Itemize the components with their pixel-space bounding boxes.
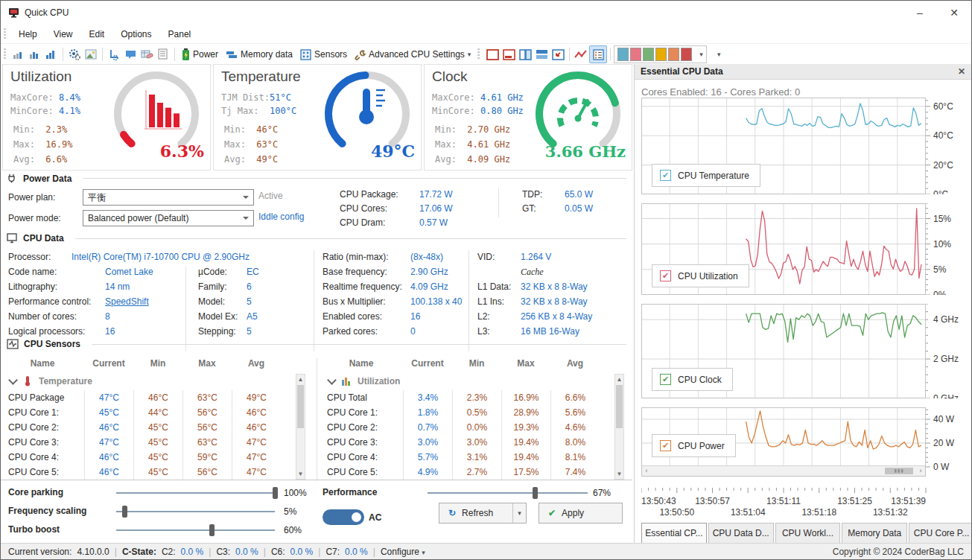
sensor-row-name: CPU Core 1: [320, 405, 378, 420]
tab-cpu-core-p-[interactable]: CPU Core P... [909, 523, 971, 543]
legend-label: CPU Clock [678, 375, 722, 385]
sensor-cell: 5.7% [403, 450, 452, 465]
slider-core-parking-handle[interactable] [273, 487, 278, 499]
power-mode-combo[interactable]: Balanced power (Default) [83, 210, 254, 226]
panel-close-icon[interactable]: ✕ [958, 66, 965, 77]
sensor-scrollbar[interactable]: ▲▼ [296, 374, 305, 480]
checkbox-cpu-power[interactable]: ✔ [660, 440, 671, 451]
y-tick-label: 0 GHz [933, 393, 959, 398]
y-tick-label: 15% [933, 214, 951, 224]
slider-frequency-scaling-track[interactable] [116, 511, 275, 512]
configure-menu[interactable]: Configure ▾ [381, 547, 425, 557]
x-axis-labels-row1: 13:50:4313:50:5713:51:1113:51:2513:51:39 [641, 496, 971, 507]
feedback-bubble-icon[interactable] [122, 46, 139, 63]
refresh-button[interactable]: ↻ Refresh ▾ [439, 503, 527, 524]
gauge-stat-row: Max: 4.61 GHz [435, 139, 510, 150]
scroll-down-icon[interactable]: ▼ [615, 469, 623, 479]
legend-label: CPU Temperature [678, 171, 749, 181]
panel-title: Essential CPU Data [641, 66, 723, 77]
sensor-group-temperature[interactable]: Temperature [4, 375, 92, 386]
scroll-down-icon[interactable]: ▼ [296, 469, 305, 479]
advanced-cpu-settings-button[interactable]: Advanced CPU Settings ▾ [351, 46, 474, 63]
gauge-value: 49°C [371, 141, 415, 161]
sensor-cell: 0.7% [403, 420, 452, 435]
apply-button[interactable]: ✔ Apply [539, 503, 623, 524]
display-gear-icon[interactable] [66, 46, 83, 63]
sensor-cell: 4.6% [550, 420, 600, 435]
idle-config-link[interactable]: Iddle config [258, 211, 304, 222]
toolbar-overflow-icon[interactable]: ▾ [717, 51, 721, 58]
ac-toggle-label: AC [369, 512, 381, 523]
slider-turbo-boost-track[interactable] [116, 529, 275, 531]
axis-settings-icon[interactable] [106, 46, 122, 63]
checkbox-cpu-temperature[interactable]: ✔ [660, 170, 671, 181]
sensor-row-name: CPU Core 2: [1, 420, 59, 435]
window-layout-bottom-icon[interactable] [501, 46, 517, 63]
log-document-icon[interactable] [155, 46, 171, 63]
sensor-group-utilization[interactable]: Utilization [323, 375, 400, 386]
graph-view-icon[interactable] [573, 46, 589, 63]
slider-turbo-boost-handle[interactable] [209, 524, 215, 536]
sensor-cell: 5.6% [550, 405, 600, 420]
cpu-data-label: Lithography: [8, 281, 57, 292]
power-button-label: Power [193, 49, 218, 60]
apply-button-label: Apply [562, 508, 584, 518]
chart-h-scrollbar[interactable]: ‹›▮▮▮ [642, 465, 925, 476]
close-button[interactable]: ✕ [937, 1, 971, 25]
power-plan-combo[interactable]: 平衡 [83, 189, 254, 206]
memory-data-button[interactable]: Memory data [222, 46, 296, 63]
scroll-up-icon[interactable]: ▲ [615, 375, 623, 384]
power-button[interactable]: Power [178, 46, 222, 63]
x-axis-label: 13:51:18 [801, 507, 836, 518]
ac-toggle[interactable] [323, 509, 364, 525]
menu-item-view[interactable]: View [45, 27, 81, 42]
checkbox-cpu-clock[interactable]: ✔ [660, 374, 671, 385]
checkbox-cpu-utilization[interactable]: ✔ [660, 270, 671, 281]
window-layout-columns-icon[interactable] [517, 46, 533, 63]
slider-performance-handle[interactable] [533, 487, 538, 499]
gauge-stat-row: Tj Max: 100°C [221, 106, 296, 116]
tab-essential-cp-[interactable]: Essential CP... [641, 523, 707, 543]
slider-performance-track[interactable] [428, 492, 588, 494]
refresh-dropdown[interactable]: ▾ [512, 503, 526, 523]
scrollbar-thumb[interactable] [616, 385, 623, 428]
scroll-right-icon[interactable]: › [916, 466, 925, 475]
window-layout-full-icon[interactable] [484, 46, 501, 63]
tab-memory-data[interactable]: Memory Data [842, 523, 907, 543]
sensors-button[interactable]: Sensors [296, 46, 351, 63]
menu-item-panel[interactable]: Panel [160, 27, 200, 42]
clear-table-icon[interactable] [139, 46, 155, 63]
menu-item-options[interactable]: Options [112, 27, 159, 42]
cpu-data-value[interactable]: SpeedShift [105, 296, 149, 307]
tab-cpu-data-d-[interactable]: CPU Data D... [708, 523, 774, 543]
memory-icon [226, 50, 238, 60]
menu-item-help[interactable]: Help [10, 27, 45, 42]
palette-dropdown[interactable]: ▾ [614, 45, 707, 63]
window-restore-icon[interactable] [550, 46, 566, 63]
menu-item-edit[interactable]: Edit [80, 27, 112, 42]
sensor-cell: 1.8% [403, 405, 452, 420]
x-axis-ruler [641, 486, 971, 496]
list-view-icon[interactable] [589, 45, 607, 63]
sensor-cell: 56°C [182, 405, 232, 420]
sensor-cell: 6.6% [550, 390, 600, 405]
chart-large-icon[interactable] [43, 46, 60, 63]
scrollbar-thumb[interactable] [297, 385, 304, 428]
sensor-scrollbar[interactable]: ▲▼ [614, 374, 624, 480]
image-icon[interactable] [83, 46, 99, 63]
x-axis-label: 13:50:57 [695, 496, 730, 506]
minimize-button[interactable]: – [903, 1, 937, 25]
scroll-up-icon[interactable]: ▲ [296, 375, 305, 384]
slider-frequency-scaling-handle[interactable] [122, 506, 127, 518]
cpu-data-value: (8x-48x) [410, 252, 443, 262]
chart-small-icon[interactable] [10, 46, 27, 63]
window-layout-rows-icon[interactable] [533, 46, 550, 63]
gauge-stat-row: MinCore: 4.1% [10, 106, 80, 116]
chart-medium-icon[interactable] [27, 46, 43, 63]
slider-core-parking-track[interactable] [116, 492, 275, 494]
tab-cpu-workl-[interactable]: CPU Workl... [775, 523, 841, 543]
scroll-left-icon[interactable]: ‹ [642, 466, 651, 475]
gauge-value: 6.3% [160, 141, 204, 161]
scrollbar-thumb[interactable]: ▮▮▮ [885, 468, 913, 474]
cpu-data-value: 32 KB x 8 8-Way [521, 281, 588, 292]
